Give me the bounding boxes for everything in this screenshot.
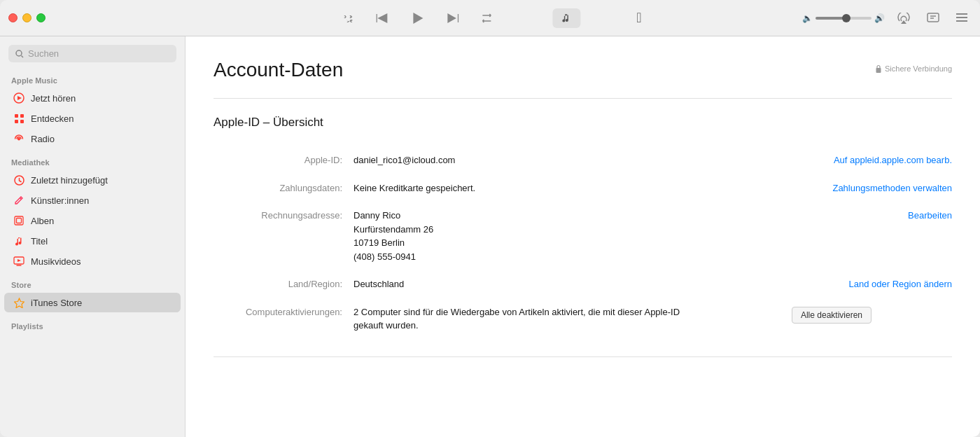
svg-marker-20: [14, 298, 24, 308]
note-icon: [13, 235, 25, 247]
previous-button[interactable]: [372, 11, 393, 26]
field-value-rechnungsadresse: Danny RicoKurfürstendamm 2610719 Berlin(…: [354, 209, 784, 263]
deactivate-all-button[interactable]: Alle deaktivieren: [792, 307, 872, 324]
svg-rect-13: [20, 120, 24, 123]
titlebar:  🔈 🔊: [0, 0, 980, 36]
sidebar-item-label-zuletzt: Zuletzt hinzugefügt: [31, 175, 108, 186]
edit-appleid-link[interactable]: Auf appleid.apple.com bearb.: [834, 155, 952, 165]
sidebar-item-entdecken[interactable]: Entdecken: [4, 109, 181, 128]
page-title: Account-Daten: [214, 59, 343, 81]
clock-icon: [13, 174, 25, 186]
traffic-lights: [8, 13, 46, 22]
app-body: Suchen Apple Music Jetzt hören Entdecken: [0, 36, 980, 437]
svg-rect-2: [927, 13, 939, 22]
svg-point-14: [18, 137, 20, 140]
svg-rect-12: [15, 120, 18, 123]
svg-rect-21: [876, 68, 881, 73]
field-action-land: Land oder Region ändern: [784, 277, 952, 291]
svg-marker-9: [18, 96, 22, 100]
sidebar: Suchen Apple Music Jetzt hören Entdecken: [0, 36, 186, 437]
volume-control[interactable]: 🔈 🔊: [802, 13, 885, 23]
sidebar-item-zuletzt[interactable]: Zuletzt hinzugefügt: [4, 170, 181, 190]
lock-icon: [875, 64, 882, 73]
field-row-apple-id: Apple-ID: daniel_rico1@icloud.com Auf ap…: [214, 146, 952, 174]
svg-marker-0: [413, 13, 423, 24]
field-value-zahlungsdaten: Keine Kreditkarte gespeichert.: [354, 181, 784, 195]
volume-slider[interactable]: [816, 17, 872, 20]
minimize-button[interactable]: [22, 13, 31, 22]
field-row-zahlungsdaten: Zahlungsdaten: Keine Kreditkarte gespeic…: [214, 174, 952, 202]
lyrics-button[interactable]: [923, 10, 944, 27]
field-value-computer: 2 Computer sind für die Wiedergabe von A…: [354, 305, 704, 333]
field-action-rechnungsadresse: Bearbeiten: [784, 209, 952, 263]
search-placeholder: Suchen: [28, 48, 59, 59]
svg-rect-17: [17, 218, 22, 223]
tv-icon: [13, 255, 25, 268]
sidebar-item-label-titel: Titel: [31, 236, 48, 247]
secure-badge: Sichere Verbindung: [875, 64, 952, 73]
volume-min-icon: 🔈: [802, 13, 813, 23]
playback-controls: : [338, 8, 641, 28]
field-label-land: Land/Region:: [214, 277, 354, 291]
sidebar-item-radio[interactable]: Radio: [4, 129, 181, 148]
field-label-rechnungsadresse: Rechnungsadresse:: [214, 209, 354, 263]
svg-rect-10: [15, 114, 18, 118]
sidebar-item-jetzt-horen[interactable]: Jetzt hören: [4, 88, 181, 108]
sidebar-item-label-musikvideos: Musikvideos: [31, 256, 81, 267]
airplay-button[interactable]: [893, 10, 914, 27]
sidebar-item-label-alben: Alben: [31, 216, 54, 226]
account-fields: Apple-ID: daniel_rico1@icloud.com Auf ap…: [214, 146, 952, 340]
field-label-computer: Computeraktivierungen:: [214, 305, 354, 333]
apple-logo: : [636, 10, 641, 26]
pencil-icon: [13, 194, 25, 207]
close-button[interactable]: [8, 13, 18, 22]
album-icon: [13, 214, 25, 227]
bottom-divider: [214, 356, 952, 357]
svg-point-6: [16, 50, 22, 56]
next-button[interactable]: [442, 11, 463, 26]
grid-icon: [13, 112, 25, 125]
sidebar-item-musikvideos[interactable]: Musikvideos: [4, 251, 181, 271]
content-area: Account-Daten Sichere Verbindung Apple-I…: [186, 36, 980, 437]
titlebar-right-controls: 🔈 🔊: [802, 10, 972, 27]
sidebar-item-label-itunes: iTunes Store: [31, 298, 82, 308]
maximize-button[interactable]: [36, 13, 46, 22]
music-tab-button[interactable]: [552, 8, 580, 28]
svg-rect-3: [956, 13, 967, 15]
search-bar[interactable]: Suchen: [8, 45, 176, 62]
edit-address-link[interactable]: Bearbeiten: [908, 210, 952, 221]
svg-line-7: [22, 55, 24, 57]
repeat-button[interactable]: [477, 10, 496, 27]
shuffle-button[interactable]: [338, 10, 358, 27]
field-action-zahlungsdaten: Zahlungsmethoden verwalten: [784, 181, 952, 195]
play-circle-icon: [13, 92, 25, 104]
radio-icon: [13, 132, 25, 145]
svg-rect-11: [20, 114, 24, 118]
section-label-store: Store: [0, 278, 185, 292]
section-label-apple-music: Apple Music: [0, 74, 185, 88]
svg-marker-19: [18, 259, 21, 262]
field-action-computer: Alle deaktivieren: [704, 305, 872, 333]
section-label-playlists: Playlists: [0, 319, 185, 333]
sidebar-item-titel[interactable]: Titel: [4, 231, 181, 251]
manage-payment-link[interactable]: Zahlungsmethoden verwalten: [832, 183, 952, 193]
field-label-zahlungsdaten: Zahlungsdaten:: [214, 181, 354, 195]
star-icon: [13, 296, 25, 309]
play-button[interactable]: [407, 9, 428, 27]
sidebar-item-label-jetzt: Jetzt hören: [31, 93, 76, 104]
svg-rect-4: [956, 17, 967, 18]
field-label-apple-id: Apple-ID:: [214, 153, 354, 167]
field-row-computer: Computeraktivierungen: 2 Computer sind f…: [214, 298, 952, 340]
sidebar-item-label-radio: Radio: [31, 134, 55, 144]
svg-rect-5: [956, 20, 967, 22]
queue-button[interactable]: [952, 11, 972, 26]
sidebar-item-itunes-store[interactable]: iTunes Store: [4, 293, 181, 312]
field-value-land: Deutschland: [354, 277, 784, 291]
field-action-apple-id: Auf appleid.apple.com bearb.: [784, 153, 952, 167]
sidebar-item-kuenstler[interactable]: Künstler:innen: [4, 190, 181, 210]
search-icon: [15, 50, 24, 58]
field-value-apple-id: daniel_rico1@icloud.com: [354, 153, 784, 167]
section-title: Apple-ID – Übersicht: [214, 116, 952, 130]
sidebar-item-alben[interactable]: Alben: [4, 211, 181, 230]
change-region-link[interactable]: Land oder Region ändern: [849, 279, 952, 289]
